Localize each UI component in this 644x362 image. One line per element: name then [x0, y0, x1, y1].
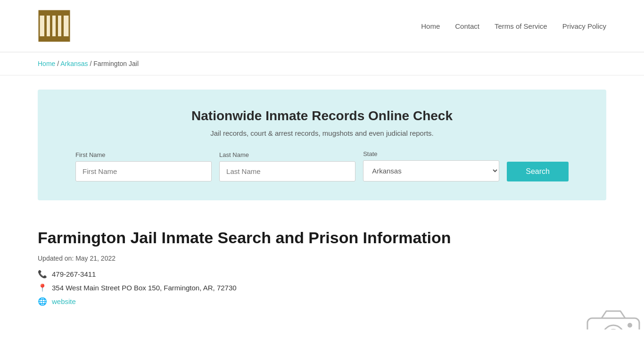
last-name-input[interactable]: [219, 161, 355, 181]
nav-privacy[interactable]: Privacy Policy: [562, 22, 606, 30]
svg-point-8: [603, 325, 624, 329]
jail-logo-icon: [38, 9, 71, 42]
updated-date: Updated on: May 21, 2022: [38, 255, 606, 262]
phone-icon: 📞: [38, 270, 47, 279]
website-link[interactable]: website: [52, 297, 76, 305]
svg-point-10: [627, 323, 632, 328]
globe-icon: 🌐: [38, 297, 47, 306]
breadcrumb-state[interactable]: Arkansas: [60, 60, 88, 67]
site-header: Home Contact Terms of Service Privacy Po…: [0, 0, 644, 52]
search-banner-subtitle: Jail records, court & arrest records, mu…: [75, 129, 569, 137]
svg-rect-1: [39, 11, 69, 16]
camera-placeholder: [583, 304, 644, 329]
nav-terms[interactable]: Terms of Service: [495, 22, 547, 30]
website-row: 🌐 website: [38, 297, 606, 306]
search-form: First Name Last Name State Arkansas Alab…: [75, 150, 569, 181]
nav-home[interactable]: Home: [421, 22, 440, 30]
address-row: 📍 354 West Main Street PO Box 150, Farmi…: [38, 283, 606, 292]
search-banner: Nationwide Inmate Records Online Check J…: [38, 90, 606, 200]
svg-rect-3: [44, 16, 47, 36]
nav-contact[interactable]: Contact: [455, 22, 479, 30]
svg-rect-2: [39, 36, 69, 41]
state-label: State: [363, 150, 499, 157]
first-name-input[interactable]: [75, 161, 212, 181]
state-select[interactable]: Arkansas Alabama Alaska Arizona Californ…: [363, 160, 499, 181]
search-button[interactable]: Search: [507, 162, 569, 181]
search-banner-title: Nationwide Inmate Records Online Check: [75, 108, 569, 123]
main-content: Farmington Jail Inmate Search and Prison…: [0, 214, 644, 329]
main-nav: Home Contact Terms of Service Privacy Po…: [421, 22, 606, 30]
svg-rect-6: [61, 16, 64, 36]
state-group: State Arkansas Alabama Alaska Arizona Ca…: [363, 150, 499, 181]
phone-number: 479-267-3411: [52, 270, 96, 278]
location-icon: 📍: [38, 283, 47, 292]
logo[interactable]: [38, 9, 71, 42]
svg-rect-5: [56, 16, 58, 36]
page-title: Farmington Jail Inmate Search and Prison…: [38, 229, 606, 247]
breadcrumb: Home / Arkansas / Farmington Jail: [0, 52, 644, 75]
phone-row: 📞 479-267-3411: [38, 270, 606, 279]
camera-icon: [583, 304, 644, 329]
last-name-group: Last Name: [219, 151, 355, 181]
svg-rect-4: [50, 16, 52, 36]
last-name-label: Last Name: [219, 151, 355, 158]
address-text: 354 West Main Street PO Box 150, Farming…: [52, 284, 237, 292]
breadcrumb-home[interactable]: Home: [38, 60, 55, 67]
first-name-label: First Name: [75, 151, 212, 158]
first-name-group: First Name: [75, 151, 212, 181]
breadcrumb-current: Farmington Jail: [93, 60, 139, 67]
